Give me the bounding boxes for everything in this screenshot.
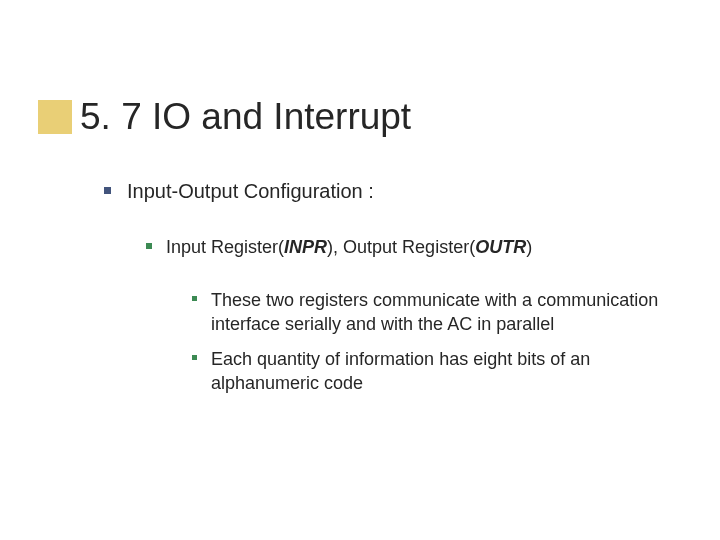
bullet-icon bbox=[104, 187, 111, 194]
bullet-text: Input Register(INPR), Output Register(OU… bbox=[166, 235, 532, 260]
bullet-text: These two registers communicate with a c… bbox=[211, 288, 660, 337]
slide-title: 5. 7 IO and Interrupt bbox=[80, 96, 411, 138]
bullet-text: Input-Output Configuration : bbox=[127, 178, 374, 205]
text-fragment: ), Output Register( bbox=[327, 237, 475, 257]
bullet-level3: Each quantity of information has eight b… bbox=[192, 347, 660, 396]
text-fragment: ) bbox=[526, 237, 532, 257]
bullet-level1: Input-Output Configuration : bbox=[104, 178, 660, 205]
content-area: Input-Output Configuration : Input Regis… bbox=[104, 178, 660, 405]
register-inpr: INPR bbox=[284, 237, 327, 257]
bullet-icon bbox=[146, 243, 152, 249]
bullet-icon bbox=[192, 296, 197, 301]
title-accent-block bbox=[38, 100, 72, 134]
register-outr: OUTR bbox=[475, 237, 526, 257]
bullet-icon bbox=[192, 355, 197, 360]
bullet-text: Each quantity of information has eight b… bbox=[211, 347, 660, 396]
text-fragment: Input Register( bbox=[166, 237, 284, 257]
bullet-level2: Input Register(INPR), Output Register(OU… bbox=[146, 235, 660, 260]
bullet-level3: These two registers communicate with a c… bbox=[192, 288, 660, 337]
